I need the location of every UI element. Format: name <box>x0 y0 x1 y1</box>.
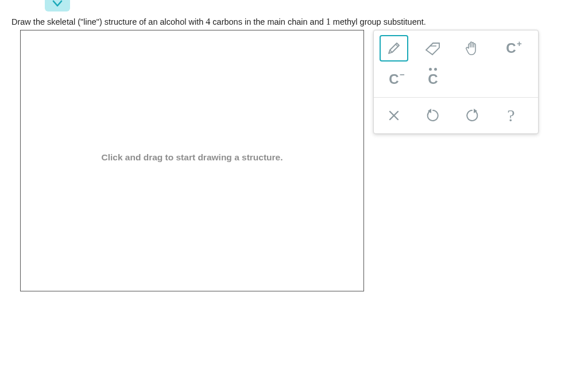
tool-row-3: ? <box>374 98 538 133</box>
help-icon: ? <box>507 106 514 125</box>
carbon-radical-button[interactable]: C <box>419 66 447 93</box>
question-suffix: methyl group substituent. <box>331 17 426 26</box>
cradical-letter: C <box>428 71 438 87</box>
undo-icon <box>425 108 440 123</box>
clear-button[interactable] <box>380 102 408 129</box>
question-prefix: Draw the skeletal ("line") structure of … <box>11 17 206 26</box>
cradical-icon: C <box>428 72 438 86</box>
question-mid: carbons in the main chain and <box>210 17 326 26</box>
pencil-icon <box>385 40 403 57</box>
hand-icon <box>463 40 481 57</box>
erase-tool-button[interactable] <box>419 35 447 62</box>
question-text: Draw the skeletal ("line") structure of … <box>11 17 426 27</box>
drawing-canvas[interactable]: Click and drag to start drawing a struct… <box>20 30 364 291</box>
close-icon <box>388 109 400 122</box>
eraser-icon <box>424 41 442 56</box>
redo-button[interactable] <box>458 102 486 129</box>
toolbox: C+ C− C <box>373 30 539 134</box>
chevron-down-icon <box>52 0 63 7</box>
canvas-placeholder: Click and drag to start drawing a struct… <box>98 152 287 164</box>
tool-row-1: C+ <box>374 30 538 66</box>
cplus-letter: C <box>506 40 516 56</box>
undo-button[interactable] <box>419 102 447 129</box>
carbon-anion-button[interactable]: C− <box>380 66 408 93</box>
help-button[interactable]: ? <box>497 102 525 129</box>
cminus-letter: C <box>389 71 399 87</box>
redo-icon <box>465 108 479 123</box>
move-tool-button[interactable] <box>458 35 486 62</box>
expand-badge[interactable] <box>45 0 70 11</box>
cminus-icon: C− <box>389 72 399 86</box>
question-num2: 1 <box>326 17 331 26</box>
draw-tool-button[interactable] <box>380 35 408 62</box>
cplus-icon: C+ <box>506 41 516 55</box>
carbon-cation-button[interactable]: C+ <box>497 35 525 62</box>
tool-row-2: C− C <box>374 66 538 97</box>
